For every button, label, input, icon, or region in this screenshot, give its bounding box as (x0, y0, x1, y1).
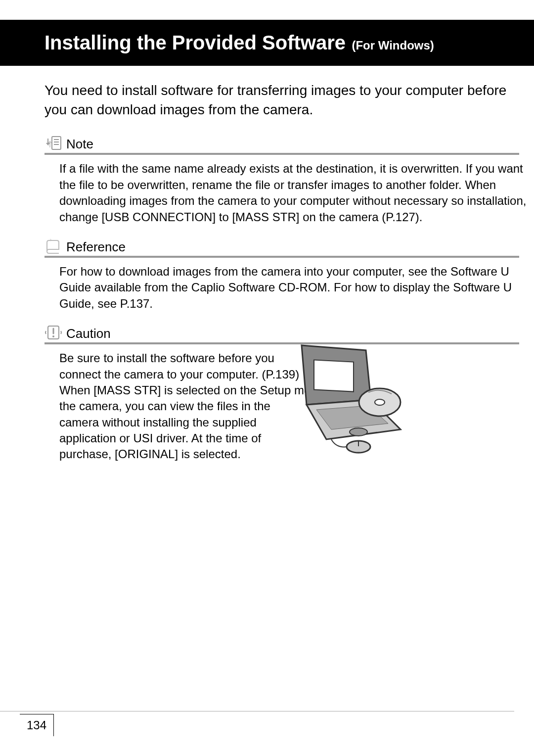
svg-point-10 (375, 399, 385, 405)
page-title-sub: (For Windows) (352, 39, 434, 52)
intro-paragraph: You need to install software for transfe… (0, 81, 534, 119)
svg-point-6 (52, 335, 54, 337)
note-label: Note (66, 137, 93, 152)
page-container: Installing the Provided Software (For Wi… (0, 0, 534, 463)
reference-icon (44, 237, 62, 255)
reference-label: Reference (66, 239, 126, 255)
footer-divider (0, 711, 514, 711)
caution-label: Caution (66, 326, 111, 341)
title-bar: Installing the Provided Software (For Wi… (0, 20, 534, 66)
caution-icon (44, 324, 62, 341)
reference-body: For how to download images from the came… (0, 264, 534, 312)
note-body: If a file with the same name already exi… (0, 161, 534, 225)
reference-header: Reference (44, 237, 519, 258)
caution-container: Be sure to install the software before y… (0, 350, 534, 463)
note-icon (44, 134, 62, 152)
laptop-illustration (272, 340, 410, 454)
svg-rect-0 (52, 137, 61, 149)
page-title-main: Installing the Provided Software (44, 32, 346, 53)
svg-point-8 (350, 428, 367, 436)
note-header: Note (44, 134, 519, 155)
svg-rect-7 (314, 360, 354, 392)
page-number: 134 (20, 714, 54, 736)
